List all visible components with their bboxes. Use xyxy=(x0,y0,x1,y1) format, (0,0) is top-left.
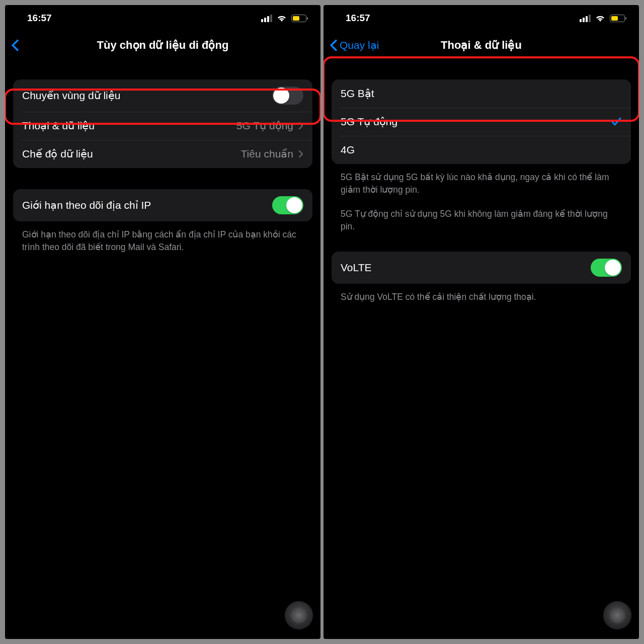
ip-tracking-toggle[interactable] xyxy=(272,196,303,214)
chevron-right-icon xyxy=(298,150,303,158)
page-title: Tùy chọn dữ liệu di động xyxy=(5,39,320,52)
battery-icon xyxy=(610,15,625,22)
option-label: 4G xyxy=(341,144,355,156)
footer-5g-2: 5G Tự động chỉ sử dụng 5G khi không làm … xyxy=(332,208,631,233)
checkmark-icon xyxy=(611,117,622,127)
cellular-signal-icon xyxy=(580,15,591,22)
row-detail: Tiêu chuẩn xyxy=(241,148,293,160)
footer-ip-tracking: Giới hạn theo dõi địa chỉ IP bằng cách ẩ… xyxy=(13,228,312,254)
option-4g[interactable]: 4G xyxy=(332,136,631,164)
back-button[interactable] xyxy=(11,39,21,51)
status-time: 16:57 xyxy=(27,13,52,24)
nav-bar: Tùy chọn dữ liệu di động xyxy=(5,31,320,59)
wifi-icon xyxy=(276,14,287,22)
group-5g-options: 5G Bật 5G Tự động 4G xyxy=(332,79,631,164)
nav-bar: Quay lại Thoại & dữ liệu xyxy=(324,31,639,59)
row-label: Chế độ dữ liệu xyxy=(22,148,93,160)
chevron-right-icon xyxy=(298,122,303,130)
status-right xyxy=(580,14,625,22)
group-cellular: Chuyển vùng dữ liệu Thoại & dữ liệu 5G T… xyxy=(13,79,312,168)
row-volte[interactable]: VoLTE xyxy=(332,252,631,284)
status-time: 16:57 xyxy=(346,13,370,24)
screenshot-left: 16:57 Tùy chọn dữ liệu di động Chuyển vù… xyxy=(5,5,320,639)
group-ip-tracking: Giới hạn theo dõi địa chỉ IP xyxy=(13,189,312,221)
assistive-touch-button[interactable] xyxy=(284,601,313,630)
screenshot-right: 16:57 Quay lại Thoại & dữ liệu 5G Bật 5G… xyxy=(324,5,639,639)
row-roaming[interactable]: Chuyển vùng dữ liệu xyxy=(13,79,312,112)
back-label: Quay lại xyxy=(340,39,379,51)
content: Chuyển vùng dữ liệu Thoại & dữ liệu 5G T… xyxy=(5,59,320,272)
row-ip-tracking[interactable]: Giới hạn theo dõi địa chỉ IP xyxy=(13,189,312,221)
option-5g-auto[interactable]: 5G Tự động xyxy=(332,108,631,136)
content: 5G Bật 5G Tự động 4G 5G Bật sử dụng 5G b… xyxy=(324,59,639,321)
option-label: 5G Tự động xyxy=(341,116,397,128)
status-bar: 16:57 xyxy=(5,5,320,31)
row-detail: 5G Tự động xyxy=(236,120,293,132)
assistive-touch-button[interactable] xyxy=(603,601,632,630)
row-label: Thoại & dữ liệu xyxy=(22,120,95,132)
back-button[interactable]: Quay lại xyxy=(330,39,379,51)
wifi-icon xyxy=(595,14,606,22)
status-right xyxy=(261,14,306,22)
roaming-toggle[interactable] xyxy=(272,87,303,105)
volte-toggle[interactable] xyxy=(591,259,622,277)
row-label: VoLTE xyxy=(341,262,371,274)
cellular-signal-icon xyxy=(261,15,272,22)
status-bar: 16:57 xyxy=(324,5,639,31)
option-label: 5G Bật xyxy=(341,88,374,100)
group-volte: VoLTE xyxy=(332,252,631,284)
row-label: Chuyển vùng dữ liệu xyxy=(22,90,120,102)
battery-icon xyxy=(291,15,306,22)
option-5g-on[interactable]: 5G Bật xyxy=(332,79,631,108)
row-voice-data[interactable]: Thoại & dữ liệu 5G Tự động xyxy=(13,112,312,140)
row-data-mode[interactable]: Chế độ dữ liệu Tiêu chuẩn xyxy=(13,140,312,168)
footer-volte: Sử dụng VoLTE có thể cải thiện chất lượn… xyxy=(332,291,631,303)
row-label: Giới hạn theo dõi địa chỉ IP xyxy=(22,199,151,211)
footer-5g-1: 5G Bật sử dụng 5G bất kỳ lúc nào khả dụn… xyxy=(332,171,631,197)
